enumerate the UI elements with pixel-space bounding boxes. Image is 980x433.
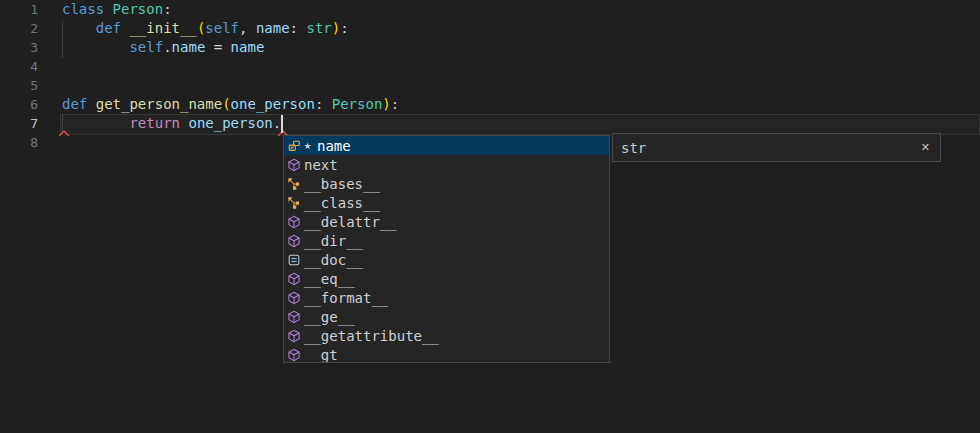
suggestion-label: next: [304, 157, 338, 173]
suggestion-label: __doc__: [304, 252, 363, 268]
suggestion-item-getattribute[interactable]: __getattribute__: [284, 326, 609, 345]
method-kind-icon: [287, 272, 301, 286]
close-icon[interactable]: ✕: [921, 142, 930, 153]
code-token: one_person: [231, 96, 315, 112]
intellisense-suggestion-list[interactable]: ★name next __bases__ __class__ __delattr…: [283, 135, 610, 363]
code-line[interactable]: def get_person_name(one_person: Person):: [62, 95, 399, 114]
code-line[interactable]: def __init__(self, name: str):: [62, 19, 349, 38]
code-token: :: [290, 20, 307, 36]
method-kind-icon: [287, 329, 301, 343]
code-token: :: [315, 96, 332, 112]
suggestion-item-dir[interactable]: __dir__: [284, 231, 609, 250]
code-token: class: [62, 1, 113, 17]
code-token: self: [205, 20, 239, 36]
code-token: Person: [332, 96, 383, 112]
method-kind-icon: [287, 348, 301, 362]
code-token: :: [163, 1, 171, 17]
code-token: ,: [239, 20, 256, 36]
method-kind-icon: [287, 310, 301, 324]
suggestion-label: __class__: [304, 195, 380, 211]
code-token: name: [256, 20, 290, 36]
suggestion-item-eq[interactable]: __eq__: [284, 269, 609, 288]
text-cursor: [281, 115, 283, 133]
doc-kind-icon: [287, 253, 301, 267]
code-line[interactable]: class Person:: [62, 0, 172, 19]
code-token: __init__: [129, 20, 196, 36]
code-token: str: [306, 20, 331, 36]
line-number: 8: [0, 133, 38, 152]
suggestion-label: __dir__: [304, 233, 363, 249]
suggestion-label: __gt__: [304, 347, 355, 363]
code-token: .: [163, 39, 171, 55]
error-squiggle: [58, 130, 72, 136]
line-number: 3: [0, 38, 38, 57]
line-number: 6: [0, 95, 38, 114]
field-kind-icon: [287, 139, 301, 153]
method-kind-icon: [287, 234, 301, 248]
code-editor[interactable]: 12345678 class Person: def __init__(self…: [0, 0, 980, 433]
indent-guide: [62, 21, 63, 58]
line-number: 7: [0, 114, 38, 133]
code-token: [62, 20, 96, 36]
method-kind-icon: [287, 215, 301, 229]
suggestion-label: __format__: [304, 290, 388, 306]
code-token: ): [332, 20, 340, 36]
line-number: 1: [0, 0, 38, 19]
code-token: def: [62, 96, 96, 112]
code-token: [62, 39, 129, 55]
suggestion-item-class[interactable]: __class__: [284, 193, 609, 212]
code-token: :: [340, 20, 348, 36]
suggestion-label: name: [317, 138, 351, 154]
suggestion-item-doc[interactable]: __doc__: [284, 250, 609, 269]
line-number: 5: [0, 76, 38, 95]
suggestion-item-format[interactable]: __format__: [284, 288, 609, 307]
line-number: 2: [0, 19, 38, 38]
code-token: name: [172, 39, 206, 55]
suggestion-item-bases[interactable]: __bases__: [284, 174, 609, 193]
code-token: ): [382, 96, 390, 112]
suggestion-type-detail: str: [621, 140, 646, 156]
class-kind-icon: [287, 196, 301, 210]
current-line-highlight: [60, 114, 980, 135]
suggestion-item-next[interactable]: next: [284, 155, 609, 174]
suggestion-label: __bases__: [304, 176, 380, 192]
code-token: get_person_name: [96, 96, 222, 112]
code-token: name: [231, 39, 265, 55]
suggestion-label: __getattribute__: [304, 328, 439, 344]
code-token: :: [391, 96, 399, 112]
code-line[interactable]: self.name = name: [62, 38, 264, 57]
method-kind-icon: [287, 158, 301, 172]
class-kind-icon: [287, 177, 301, 191]
method-kind-icon: [287, 291, 301, 305]
line-number: 4: [0, 57, 38, 76]
recommended-star-icon: ★: [301, 141, 314, 151]
suggestion-item-ge[interactable]: __ge__: [284, 307, 609, 326]
code-token: Person: [113, 1, 164, 17]
code-token: def: [96, 20, 130, 36]
suggestion-item-name[interactable]: ★name: [284, 136, 609, 155]
suggestion-label: __eq__: [304, 271, 355, 287]
suggestion-detail-panel[interactable]: str ✕: [612, 133, 941, 162]
code-token: (: [222, 96, 230, 112]
code-token: =: [205, 39, 230, 55]
suggestion-item-delattr[interactable]: __delattr__: [284, 212, 609, 231]
suggestion-label: __ge__: [304, 309, 355, 325]
code-token: self: [129, 39, 163, 55]
suggestion-label: __delattr__: [304, 214, 397, 230]
suggestion-item-gt[interactable]: __gt__: [284, 345, 609, 363]
